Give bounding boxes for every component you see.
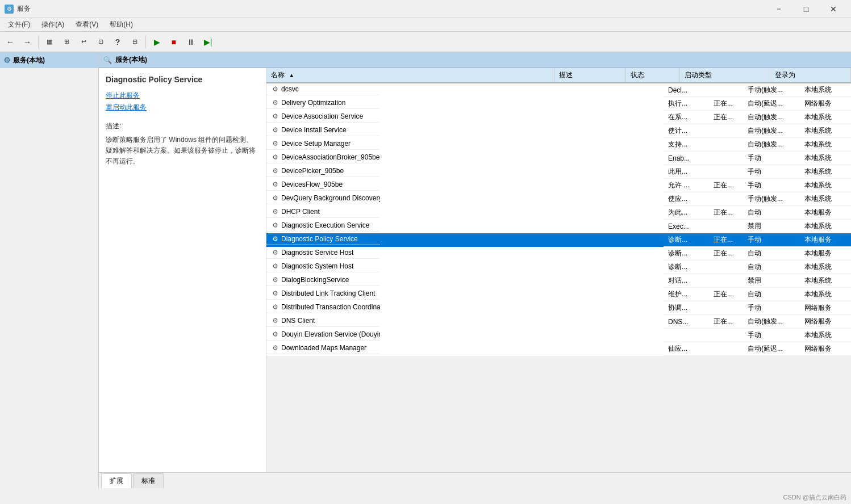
- table-row[interactable]: ⚙DevQuery Background Discovery Broker使应.…: [266, 192, 851, 206]
- table-row[interactable]: ⚙DevicesFlow_905be允许 ...正在...手动本地系统: [266, 179, 851, 192]
- service-name: Device Install Service: [281, 126, 347, 134]
- back-parent-button[interactable]: ↩: [76, 34, 91, 50]
- table-row[interactable]: ⚙Diagnostic Policy Service诊断...正在...手动本地…: [266, 233, 851, 247]
- table-row[interactable]: ⚙Douyin Elevation Service (DouyinElevati…: [266, 329, 851, 342]
- table-row[interactable]: ⚙Device Association Service在系...正在...自动(…: [266, 111, 851, 124]
- app-icon: ⚙: [5, 5, 14, 14]
- export-list-button[interactable]: ⊟: [127, 34, 143, 50]
- restart-service-link[interactable]: 重启动此服务: [106, 103, 259, 112]
- menu-view[interactable]: 查看(V): [70, 19, 104, 31]
- table-row[interactable]: ⚙Distributed Transaction Coordinator协调..…: [266, 301, 851, 315]
- service-gear-icon: ⚙: [271, 303, 279, 311]
- menu-help[interactable]: 帮助(H): [104, 19, 139, 31]
- watermark: CSDN @搞点云南白药: [783, 493, 846, 502]
- service-desc: 诊断...: [664, 261, 709, 274]
- restart-button[interactable]: ▶|: [200, 34, 216, 50]
- table-row[interactable]: ⚙Diagnostic System Host诊断...自动本地系统: [266, 261, 851, 274]
- service-desc: 诊断...: [664, 233, 709, 247]
- service-startup: 手动: [743, 179, 800, 192]
- minimize-button[interactable]: －: [766, 0, 792, 18]
- service-startup: 自动(触发...: [743, 111, 800, 124]
- left-panel: Diagnostic Policy Service 停止此服务 重启动此服务 描…: [99, 68, 266, 472]
- menu-file[interactable]: 文件(F): [2, 19, 36, 31]
- table-row[interactable]: ⚙Delivery Optimization执行...正在...自动(延迟...…: [266, 97, 851, 111]
- col-logon[interactable]: 登录为: [770, 68, 850, 83]
- table-row[interactable]: ⚙DevicePicker_905be此用...手动本地系统: [266, 165, 851, 179]
- show-properties-button[interactable]: ⊡: [93, 34, 109, 50]
- table-row[interactable]: ⚙DHCP Client为此...正在...自动本地服务: [266, 206, 851, 220]
- service-status: 正在...: [709, 206, 743, 220]
- forward-button[interactable]: →: [19, 34, 35, 50]
- service-status: 正在...: [709, 315, 743, 329]
- tab-expand[interactable]: 扩展: [101, 473, 132, 488]
- service-name: DevQuery Background Discovery Broker: [281, 194, 380, 202]
- service-startup: 自动: [743, 247, 800, 261]
- table-row[interactable]: ⚙Diagnostic Execution ServiceExec...禁用本地…: [266, 220, 851, 233]
- col-startup[interactable]: 启动类型: [680, 68, 770, 83]
- service-logon: 本地系统: [800, 220, 851, 233]
- service-logon: 本地系统: [800, 261, 851, 274]
- service-status: 正在...: [709, 247, 743, 261]
- service-logon: 本地系统: [800, 152, 851, 165]
- help-button[interactable]: ?: [110, 34, 126, 50]
- table-row[interactable]: ⚙DeviceAssociationBroker_905beEnab...手动本…: [266, 152, 851, 165]
- table-row[interactable]: ⚙DialogBlockingService对话...禁用本地系统: [266, 274, 851, 288]
- bottom-tabs: 扩展 标准: [99, 472, 851, 488]
- service-startup: 自动(触发...: [743, 138, 800, 152]
- table-row[interactable]: ⚙dcsvcDecl...手动(触发...本地系统: [266, 83, 851, 97]
- toolbar-sep-2: [145, 36, 146, 48]
- service-logon: 本地系统: [800, 165, 851, 179]
- col-name[interactable]: 名称 ▲: [266, 68, 554, 83]
- back-button[interactable]: ←: [2, 34, 18, 50]
- service-name: DialogBlockingService: [281, 276, 349, 284]
- view-console-button[interactable]: ▦: [41, 34, 57, 50]
- service-desc: 协调...: [664, 301, 709, 315]
- service-startup: 自动(延迟...: [743, 342, 800, 356]
- service-name: dcsvc: [281, 85, 299, 93]
- main-layout: ⚙ 服务(本地) 🔍 服务(本地) Diagnostic Policy Serv…: [0, 52, 851, 488]
- service-startup: 手动: [743, 301, 800, 315]
- service-status: [709, 301, 743, 315]
- table-row[interactable]: ⚙DNS ClientDNS...正在...自动(触发...网络服务: [266, 315, 851, 329]
- service-startup: 手动: [743, 152, 800, 165]
- service-gear-icon: ⚙: [271, 208, 279, 216]
- table-row[interactable]: ⚙Downloaded Maps Manager仙应...自动(延迟...网络服…: [266, 342, 851, 356]
- title-bar-title: 服务: [17, 4, 31, 14]
- table-row[interactable]: ⚙Diagnostic Service Host诊断...正在...自动本地服务: [266, 247, 851, 261]
- pause-button[interactable]: ⏸: [183, 34, 199, 50]
- service-list-container: 名称 ▲ 描述 状态 启动类型 登录为 ⚙dcsvcDecl...手动: [266, 68, 851, 472]
- service-startup: 自动(触发...: [743, 124, 800, 138]
- menu-action[interactable]: 操作(A): [36, 19, 70, 31]
- service-startup: 自动: [743, 261, 800, 274]
- service-logon: 本地系统: [800, 329, 851, 342]
- col-status[interactable]: 状态: [626, 68, 680, 83]
- table-row[interactable]: ⚙Distributed Link Tracking Client维护...正在…: [266, 288, 851, 301]
- play-button[interactable]: ▶: [149, 34, 165, 50]
- tab-standard[interactable]: 标准: [133, 473, 164, 488]
- service-status: [709, 124, 743, 138]
- col-desc[interactable]: 描述: [554, 68, 626, 83]
- service-name: DeviceAssociationBroker_905be: [281, 153, 379, 161]
- table-header-row: 名称 ▲ 描述 状态 启动类型 登录为: [266, 68, 851, 83]
- service-table: 名称 ▲ 描述 状态 启动类型 登录为: [266, 68, 851, 83]
- service-desc: Decl...: [664, 83, 709, 97]
- service-name: Diagnostic Policy Service: [281, 235, 358, 243]
- stop-button[interactable]: ■: [166, 34, 182, 50]
- service-data-table: ⚙dcsvcDecl...手动(触发...本地系统⚙Delivery Optim…: [266, 83, 851, 356]
- menu-bar: 文件(F) 操作(A) 查看(V) 帮助(H): [0, 18, 851, 32]
- maximize-button[interactable]: □: [793, 0, 819, 18]
- table-row[interactable]: ⚙Device Install Service使计...自动(触发...本地系统: [266, 124, 851, 138]
- service-desc: Exec...: [664, 220, 709, 233]
- service-status: [709, 274, 743, 288]
- service-status: [709, 138, 743, 152]
- table-row[interactable]: ⚙Device Setup Manager支持...自动(触发...本地系统: [266, 138, 851, 152]
- new-window-button[interactable]: ⊞: [59, 34, 74, 50]
- stop-service-link[interactable]: 停止此服务: [106, 91, 259, 100]
- table-wrapper[interactable]: ⚙dcsvcDecl...手动(触发...本地系统⚙Delivery Optim…: [266, 83, 851, 472]
- title-bar-controls: － □ ✕: [766, 0, 846, 18]
- service-logon: 本地服务: [800, 206, 851, 220]
- service-startup: 手动: [743, 165, 800, 179]
- close-button[interactable]: ✕: [820, 0, 846, 18]
- service-logon: 本地服务: [800, 233, 851, 247]
- service-status: [709, 165, 743, 179]
